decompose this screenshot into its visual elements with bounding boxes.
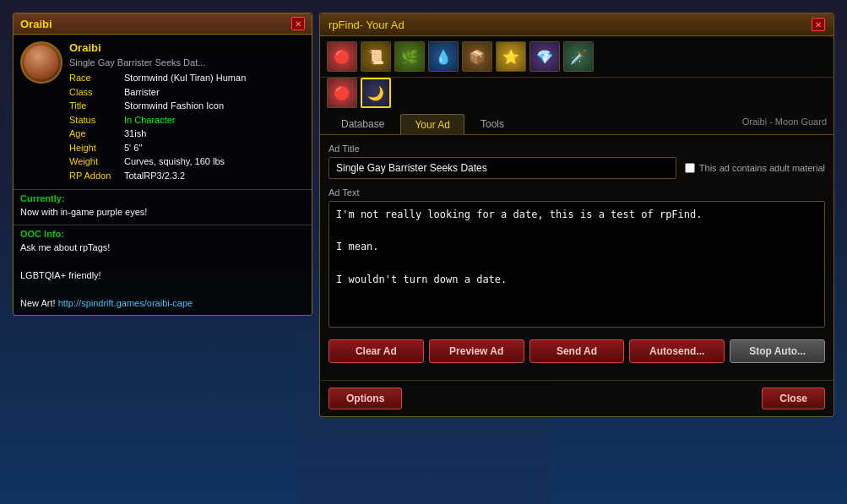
rpfind-header: rpFind- Your Ad ✕ [320,14,833,36]
adult-label: This ad contains adult material [699,163,825,173]
rpfind-title: rpFind- Your Ad [328,19,404,31]
currently-text: Now with in-game purple eyes! [20,205,305,219]
tab-tools[interactable]: Tools [466,113,519,134]
char-panel-title: Oraibi [20,18,52,30]
ooc-link[interactable]: http://spindrift.games/oraibi-cape [58,298,193,308]
stat-label: Weight [69,154,124,169]
toolbar-icon-8[interactable]: 🗡️ [563,41,594,72]
toolbar-icon-r2-1[interactable]: 🔴 [327,78,357,108]
stat-value: Stormwind (Kul Tiran) Human [124,71,305,85]
icon-toolbar-row1: 🔴 📜 🌿 💧 📦 ⭐ 💎 🗡️ [320,36,833,78]
adult-check-row: This ad contains adult material [685,163,825,173]
clear-ad-button[interactable]: Clear Ad [328,339,424,363]
rpfind-panel: rpFind- Your Ad ✕ 🔴 📜 🌿 💧 📦 ⭐ 💎 🗡️ 🔴 🌙 D… [319,13,834,417]
ad-text-label: Ad Text [328,187,825,198]
toolbar-icon-r2-2[interactable]: 🌙 [361,78,391,108]
char-panel-close-button[interactable]: ✕ [291,17,305,30]
bottom-bar: Options Close [320,380,833,416]
stat-row: StatusIn Character [69,113,305,127]
stat-label: Height [69,141,124,155]
tab-yourad[interactable]: Your Ad [400,114,464,135]
currently-label: Currently: [20,193,305,203]
stat-value: 5' 6" [124,141,305,155]
autosend-button[interactable]: Autosend... [629,339,725,363]
ad-title-row: This ad contains adult material [328,157,825,179]
stat-row: Height5' 6" [69,141,305,155]
options-button[interactable]: Options [328,387,402,409]
avatar-image [24,46,58,79]
stat-label: Title [69,99,124,113]
char-stats: RaceStormwind (Kul Tiran) HumanClassBarr… [69,71,305,182]
stat-row: WeightCurves, squishy, 160 lbs [69,154,305,169]
send-ad-button[interactable]: Send Ad [529,339,625,363]
stat-value: Barrister [124,85,305,100]
action-button-row: Clear Ad Preview Ad Send Ad Autosend... … [328,339,825,363]
panel-content: Ad Title This ad contains adult material… [320,135,833,380]
stat-label: Class [69,85,124,100]
ooc-label: OOC Info: [20,229,305,239]
stat-label: Status [69,113,124,127]
char-subtitle: Single Gay Barrister Seeks Dat... [69,57,305,68]
close-button[interactable]: Close [762,387,825,409]
tab-bar: Database Your Ad Tools Oraibi - Moon Gua… [320,113,833,135]
ooc-section: OOC Info: Ask me about rpTags! LGBTQIA+ … [14,225,312,316]
toolbar-icon-4[interactable]: 💧 [428,41,459,72]
stat-value: 31ish [124,127,305,141]
adult-checkbox[interactable] [685,163,695,173]
toolbar-icon-3[interactable]: 🌿 [394,41,425,72]
char-panel-body: Oraibi Single Gay Barrister Seeks Dat...… [14,35,312,189]
char-name: Oraibi [69,41,305,54]
stat-value: Stormwind Fashion Icon [124,99,305,113]
title-dash: - [360,19,366,31]
ooc-text: Ask me about rpTags! LGBTQIA+ friendly! … [20,241,305,311]
title-rp: rpFind [328,19,360,31]
toolbar-icon-7[interactable]: 💎 [529,41,560,72]
avatar [20,41,62,84]
stat-row: Age31ish [69,127,305,141]
toolbar-icon-5[interactable]: 📦 [462,41,492,72]
ad-title-input[interactable] [328,157,676,179]
stat-row: ClassBarrister [69,85,305,100]
stat-value: TotalRP3/2.3.2 [124,169,305,183]
toolbar-icon-6[interactable]: ⭐ [496,41,526,72]
stat-row: RP AddonTotalRP3/2.3.2 [69,169,305,183]
ad-title-label: Ad Title [328,144,825,154]
preview-ad-button[interactable]: Preview Ad [429,339,524,363]
toolbar-icon-1[interactable]: 🔴 [327,41,357,72]
title-yourad: Your Ad [366,19,404,31]
stop-auto-button[interactable]: Stop Auto... [730,339,825,363]
stat-label: Race [69,71,124,85]
ad-text-input[interactable]: I'm not really looking for a date, this … [328,201,825,328]
stat-row: RaceStormwind (Kul Tiran) Human [69,71,305,85]
character-panel: Oraibi ✕ Oraibi Single Gay Barrister See… [13,13,312,316]
ad-text-wrapper: I'm not really looking for a date, this … [328,201,825,331]
char-panel-header: Oraibi ✕ [14,14,312,35]
currently-section: Currently: Now with in-game purple eyes! [14,189,312,225]
tab-database[interactable]: Database [327,113,399,134]
stat-label: RP Addon [69,169,124,183]
stat-value: In Character [124,113,305,127]
stat-value: Curves, squishy, 160 lbs [124,154,305,169]
toolbar-icon-2[interactable]: 📜 [361,41,391,72]
server-text: Oraibi - Moon Guard [742,117,827,132]
icon-toolbar-row2: 🔴 🌙 [320,78,833,113]
char-info: Oraibi Single Gay Barrister Seeks Dat...… [69,41,305,182]
stat-label: Age [69,127,124,141]
rpfind-close-button[interactable]: ✕ [812,18,825,31]
stat-row: TitleStormwind Fashion Icon [69,99,305,113]
